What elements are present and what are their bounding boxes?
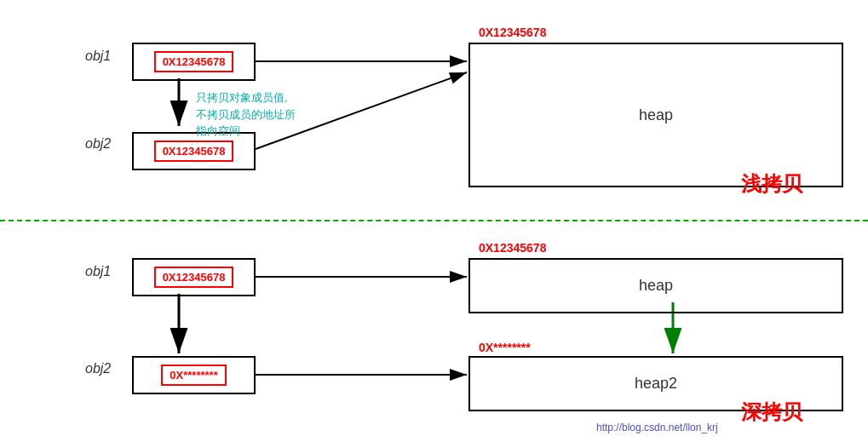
top-obj1-label: obj1 [85,49,111,64]
diagram-container: obj1 0X12345678 obj2 0X12345678 0X123456… [0,0,868,442]
top-obj1-box: 0X12345678 [132,43,256,81]
bottom-heap1-box: heap [468,258,843,313]
bottom-obj1-box: 0X12345678 [132,258,256,296]
top-heap-box: heap [468,43,843,187]
shallow-copy-label: 浅拷贝 [741,170,802,198]
bottom-obj2-box: 0X******** [132,356,256,394]
watermark: http://blog.csdn.net/llon_krj [596,422,718,433]
bottom-heap2-label: heap2 [635,375,677,393]
deep-copy-label: 深拷贝 [741,399,802,426]
bottom-obj1-label: obj1 [85,264,111,279]
bottom-obj2-hex: 0X******** [161,365,226,386]
section-divider [0,220,868,221]
top-obj2-label: obj2 [85,136,111,152]
bottom-heap1-label: heap [639,277,673,295]
top-annotation: 只拷贝对象成员值, 不拷贝成员的地址所 指向空间 [196,89,296,140]
bottom-heap1-addr: 0X12345678 [479,241,546,255]
annotation-line1: 只拷贝对象成员值, [196,89,296,106]
annotation-line2: 不拷贝成员的地址所 [196,106,296,123]
top-obj2-hex: 0X12345678 [154,141,234,162]
bottom-obj2-label: obj2 [85,361,111,376]
annotation-line3: 指向空间 [196,123,296,140]
bottom-obj1-hex: 0X12345678 [154,267,234,288]
top-heap-addr: 0X12345678 [479,26,546,39]
top-heap-label: heap [639,106,673,124]
bottom-heap2-addr: 0X******** [479,341,531,354]
top-obj1-hex: 0X12345678 [154,51,234,72]
